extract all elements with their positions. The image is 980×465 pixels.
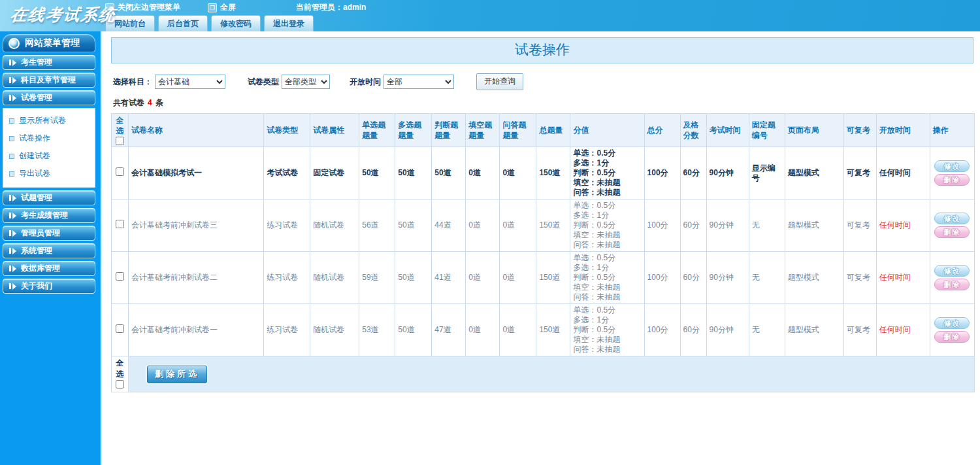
- count-suffix: 条: [155, 98, 163, 107]
- delete-selected-button[interactable]: 删除所选: [147, 366, 207, 383]
- sidebar-group-科目及章节管理[interactable]: 科目及章节管理: [3, 73, 95, 88]
- submenu-square-icon: [9, 171, 14, 177]
- sidebar-group-系统管理[interactable]: 系统管理: [3, 243, 95, 258]
- cell-retake: 可复考: [843, 304, 876, 356]
- row-select-cell: [112, 199, 129, 252]
- col-header-label: 总题量: [539, 126, 563, 135]
- delete-button[interactable]: 删除: [934, 174, 970, 186]
- score-line: 单选：0.5分: [573, 253, 641, 263]
- select-all-footer-checkbox[interactable]: [116, 380, 124, 388]
- sidebar-group-label: 管理员管理: [21, 228, 60, 239]
- subject-select[interactable]: 会计基础: [155, 75, 225, 89]
- score-line: 问答：未抽题: [573, 188, 641, 198]
- col-header-可复考: 可复考: [843, 114, 876, 147]
- col-header-分值: 分值: [570, 114, 644, 147]
- query-button[interactable]: 开始查询: [476, 73, 523, 90]
- sidebar-group-考生成绩管理[interactable]: 考生成绩管理: [3, 208, 95, 223]
- col-header-label: 考试时间: [710, 126, 741, 135]
- open-time-select[interactable]: 全部: [384, 75, 454, 89]
- header-tab-4[interactable]: 退出登录: [264, 15, 314, 31]
- filter-bar: 选择科目： 会计基础 试卷类型 全部类型 开放时间 全部 开始查询: [113, 73, 973, 90]
- score-line: 填空：未抽题: [573, 230, 641, 240]
- cell-open-time: 任何时间: [876, 304, 930, 356]
- main-content: 试卷操作 选择科目： 会计基础 试卷类型 全部类型 开放时间 全部 开始查询 共…: [103, 31, 980, 392]
- menu-arrow-icon: [9, 95, 16, 101]
- col-header-多选题题量: 多选题题量: [395, 114, 432, 147]
- sidebar-group-数据库管理[interactable]: 数据库管理: [3, 261, 95, 276]
- edit-button[interactable]: 修改: [934, 265, 970, 277]
- cell-qa: 0道: [500, 199, 536, 252]
- col-header-开放时间: 开放时间: [876, 114, 930, 147]
- row-select-cell: [112, 147, 129, 199]
- row-checkbox[interactable]: [116, 272, 124, 281]
- cell-open-time: 任何时间: [876, 199, 930, 252]
- cell-judge: 44道: [432, 199, 466, 252]
- cell-name: 会计基础考前冲刺试卷一: [129, 304, 264, 356]
- score-line: 填空：未抽题: [573, 335, 641, 345]
- cell-single: 50道: [359, 147, 395, 199]
- cell-total: 150道: [536, 252, 570, 304]
- sidebar-group-考生管理[interactable]: 考生管理: [3, 55, 95, 70]
- edit-button[interactable]: 修改: [934, 160, 970, 172]
- table-row: 会计基础考前冲刺试卷二练习试卷随机试卷59道50道41道0道0道150道单选：0…: [112, 252, 975, 304]
- cell-judge: 50道: [432, 147, 466, 199]
- cell-name: 会计基础考前冲刺试卷二: [129, 252, 264, 304]
- footer-select-all: 全选: [112, 356, 129, 392]
- cell-qa: 0道: [500, 252, 536, 304]
- sidebar-item-显示所有试卷[interactable]: 显示所有试卷: [3, 112, 95, 129]
- cell-duration: 90分钟: [706, 199, 749, 252]
- col-header-总题量: 总题量: [536, 114, 570, 147]
- menu-arrow-icon: [9, 195, 16, 201]
- cell-total_score: 100分: [644, 147, 680, 199]
- cell-score: 单选：0.5分多选：1分判断：0.5分填空：未抽题问答：未抽题: [570, 252, 644, 304]
- fullscreen-icon: ❐: [208, 3, 217, 12]
- score-line: 单选：0.5分: [573, 201, 641, 211]
- score-line: 问答：未抽题: [573, 240, 641, 250]
- cell-type: 练习试卷: [264, 252, 310, 304]
- app-logo: 在线考试系统: [9, 4, 118, 26]
- sidebar-item-创建试卷[interactable]: 创建试卷: [3, 147, 95, 165]
- fullscreen-button[interactable]: ❐ 全屏: [208, 2, 236, 13]
- cell-multi: 50道: [395, 304, 432, 356]
- delete-button[interactable]: 删除: [934, 279, 970, 290]
- row-checkbox[interactable]: [116, 324, 124, 333]
- sidebar-group-试题管理[interactable]: 试题管理: [3, 190, 95, 205]
- row-checkbox[interactable]: [116, 167, 124, 176]
- select-all-checkbox[interactable]: [116, 137, 124, 145]
- menu-arrow-icon: [9, 283, 16, 290]
- subject-label: 选择科目：: [113, 77, 152, 88]
- sidebar-header-label: 网站菜单管理: [25, 37, 80, 49]
- menu-arrow-icon: [9, 77, 16, 84]
- col-header-label: 操作: [933, 126, 949, 135]
- delete-button[interactable]: 删除: [934, 331, 970, 343]
- sidebar-group-试卷管理[interactable]: 试卷管理: [3, 90, 95, 105]
- submenu-square-icon: [9, 154, 14, 159]
- edit-button[interactable]: 修改: [934, 213, 970, 224]
- close-left-menu-label: 关闭左边管理菜单: [118, 2, 180, 13]
- type-select[interactable]: 全部类型: [282, 75, 330, 89]
- sidebar-submenu: 显示所有试卷试卷操作创建试卷导出试卷: [3, 108, 95, 188]
- sidebar-item-试卷操作[interactable]: 试卷操作: [3, 129, 95, 147]
- cell-total: 150道: [536, 147, 570, 199]
- cell-score: 单选：0.5分多选：1分判断：0.5分填空：未抽题问答：未抽题: [570, 199, 644, 252]
- sidebar-group-管理员管理[interactable]: 管理员管理: [3, 226, 95, 241]
- sidebar-group-关于我们[interactable]: 关于我们: [3, 279, 95, 294]
- col-header-label: 全选: [116, 116, 124, 135]
- sidebar-item-导出试卷[interactable]: 导出试卷: [3, 165, 95, 182]
- col-header-label: 试卷类型: [267, 126, 298, 135]
- col-header-及格分数: 及格分数: [680, 114, 706, 147]
- sidebar-group-label: 试题管理: [21, 192, 52, 203]
- footer-action-bar: 删除所选: [129, 356, 975, 392]
- header-tab-2[interactable]: 后台首页: [158, 15, 208, 31]
- table-row: 会计基础考前冲刺试卷一练习试卷随机试卷53道50道47道0道0道150道单选：0…: [112, 304, 975, 356]
- header-tab-3[interactable]: 修改密码: [211, 15, 261, 31]
- score-line: 单选：0.5分: [573, 148, 641, 158]
- delete-button[interactable]: 删除: [934, 226, 970, 238]
- cell-actions: 修改删除: [930, 147, 974, 199]
- cell-type: 练习试卷: [264, 199, 310, 252]
- row-checkbox[interactable]: [116, 220, 124, 228]
- cell-duration: 90分钟: [706, 147, 749, 199]
- edit-button[interactable]: 修改: [934, 317, 970, 329]
- col-header-单选题题量: 单选题题量: [359, 114, 395, 147]
- sidebar-item-label: 显示所有试卷: [19, 115, 66, 126]
